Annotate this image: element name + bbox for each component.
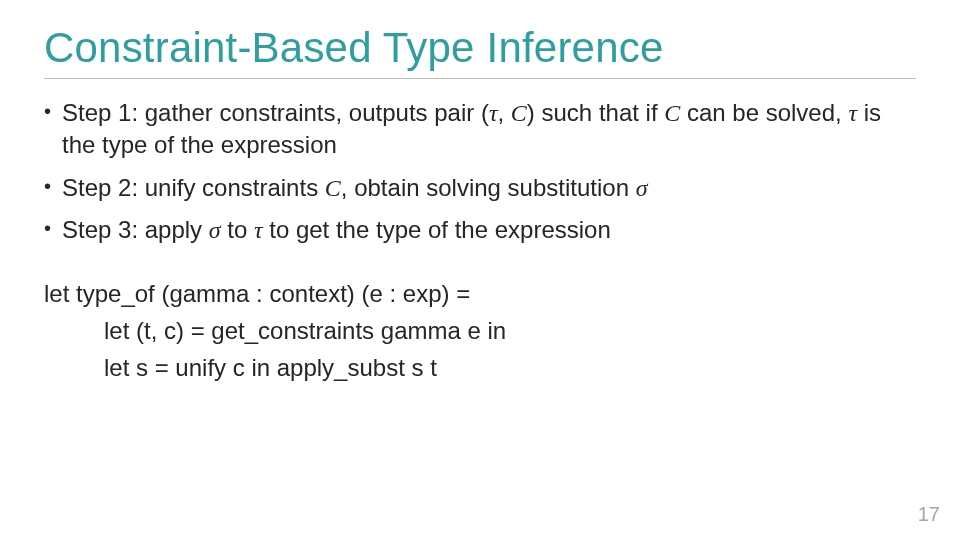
bullet-3-text: Step 3: apply σ to τ to get the type of … [62,214,916,246]
sigma-symbol: σ [209,217,221,243]
tau-symbol: τ [254,217,263,243]
b1-pre: Step 1: gather constraints, outputs pair… [62,99,489,126]
c-symbol: C [511,100,527,126]
body: • Step 1: gather constraints, outputs pa… [44,97,916,386]
b1-mid1: , [498,99,511,126]
bullet-2: • Step 2: unify constraints C, obtain so… [44,172,916,204]
c-symbol: C [664,100,680,126]
b3-pre: Step 3: apply [62,216,209,243]
tau-symbol: τ [489,100,498,126]
slide: Constraint-Based Type Inference • Step 1… [0,0,960,540]
b2-mid: , obtain solving substitution [341,174,636,201]
sigma-symbol: σ [636,175,648,201]
c-symbol: C [325,175,341,201]
bullet-1-text: Step 1: gather constraints, outputs pair… [62,97,916,162]
tau-symbol: τ [848,100,857,126]
bullet-dot-icon: • [44,214,62,246]
code-line-1: let type_of (gamma : context) (e : exp) … [44,275,916,312]
b1-mid3: can be solved, [680,99,848,126]
b1-mid2: ) such that if [527,99,664,126]
b2-pre: Step 2: unify constraints [62,174,325,201]
bullet-2-text: Step 2: unify constraints C, obtain solv… [62,172,916,204]
code-line-3: let s = unify c in apply_subst s t [44,349,916,386]
bullet-dot-icon: • [44,172,62,204]
b3-post: to get the type of the expression [263,216,611,243]
code-block: let type_of (gamma : context) (e : exp) … [44,275,916,387]
code-line-2: let (t, c) = get_constraints gamma e in [44,312,916,349]
bullet-1: • Step 1: gather constraints, outputs pa… [44,97,916,162]
slide-title: Constraint-Based Type Inference [44,26,916,70]
b3-mid: to [221,216,254,243]
page-number: 17 [918,503,940,526]
bullet-3: • Step 3: apply σ to τ to get the type o… [44,214,916,246]
bullet-dot-icon: • [44,97,62,162]
title-rule [44,78,916,79]
